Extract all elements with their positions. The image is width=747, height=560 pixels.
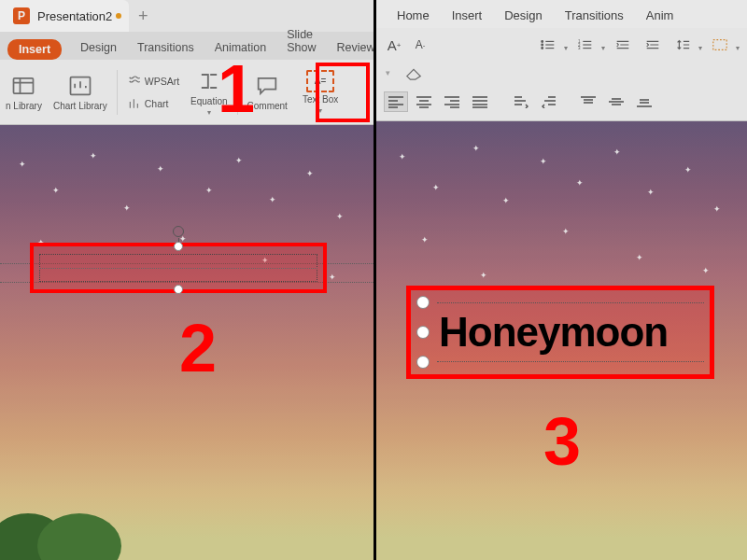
step-number-1: 1 (218, 50, 255, 127)
dropdown-icon[interactable]: ▾ (601, 44, 605, 56)
align-row (384, 91, 740, 112)
svg-text:3: 3 (578, 46, 581, 50)
dropdown-icon[interactable]: ▾ (736, 44, 740, 56)
decrease-indent-button[interactable] (611, 35, 635, 55)
textbox-content[interactable]: Honeymoon (439, 309, 668, 356)
chart-icon (127, 96, 142, 111)
highlight-textbox-step2 (30, 243, 327, 293)
eraser-icon (403, 64, 424, 81)
text-direction-rtl-button[interactable] (537, 91, 561, 112)
resize-handle-ml[interactable] (416, 326, 430, 339)
chart-label: Chart (145, 98, 169, 109)
add-tab-button[interactable]: + (129, 7, 157, 26)
svg-point-3 (542, 44, 543, 46)
textbox-midline (39, 268, 317, 269)
line-spacing-button[interactable] (670, 35, 695, 55)
n-library-button[interactable]: n Library (0, 63, 48, 122)
increase-font-label: A (388, 37, 397, 53)
tab-insert-r[interactable]: Insert (452, 3, 483, 28)
tab-transitions[interactable]: Transitions (135, 35, 196, 60)
library-icon (10, 73, 36, 99)
bullets-button[interactable] (536, 35, 560, 55)
tab-insert[interactable]: Insert (7, 39, 62, 60)
tab-home-r[interactable]: Home (397, 3, 430, 28)
increase-font-button[interactable]: A+ (384, 35, 404, 54)
decrease-font-button[interactable]: A- (410, 35, 430, 54)
highlight-textbox-step3: Honeymoon (406, 286, 714, 379)
comment-icon (254, 73, 280, 99)
ribbon-toolbar-right: A+ A- ▾ 123▾ ▾ ▾ ▾ (376, 28, 747, 121)
resize-handle-top[interactable] (174, 242, 183, 251)
ribbon-tabs-left: Insert Design Transitions Animation Slid… (0, 32, 374, 60)
dropdown-icon[interactable]: ▾ (698, 44, 702, 56)
align-justify-button[interactable] (468, 91, 492, 112)
doc-title: Presentation2 (37, 9, 112, 23)
resize-handle-bottom[interactable] (174, 285, 183, 294)
clear-row: ▾ (384, 62, 740, 84)
step-number-2: 2 (179, 310, 217, 386)
align-center-button[interactable] (412, 91, 436, 112)
tab-slide-show[interactable]: Slide Show (285, 22, 317, 60)
tool-sep (117, 70, 118, 115)
align-bottom-button[interactable] (632, 91, 656, 112)
chart-library-label: Chart Library (53, 101, 107, 111)
tab-design[interactable]: Design (78, 35, 119, 60)
format-dropdown-icon[interactable]: ▾ (386, 68, 390, 77)
textbox-border-bottom (437, 361, 704, 362)
clear-format-button[interactable] (400, 61, 428, 85)
decrease-font-label: A (416, 38, 423, 51)
wpsart-icon (127, 74, 142, 89)
align-top-button[interactable] (576, 91, 600, 112)
wpsart-button[interactable]: WPSArt (121, 71, 185, 91)
selection-pane-button[interactable] (708, 35, 732, 55)
svg-point-4 (542, 48, 543, 49)
tab-transitions-r[interactable]: Transitions (565, 3, 624, 28)
svg-rect-8 (713, 40, 726, 50)
align-left-button[interactable] (384, 91, 408, 112)
doc-tab[interactable]: P Presentation2 (0, 0, 129, 32)
n-library-label: n Library (6, 101, 42, 111)
tab-review[interactable]: Review (335, 35, 377, 60)
wps-chart-column: WPSArt Chart (121, 64, 185, 120)
dropdown-icon[interactable]: ▾ (564, 44, 568, 56)
ribbon-tabs-right: Home Insert Design Transitions Anim (376, 0, 747, 28)
modified-dot-icon (116, 13, 121, 19)
numbering-button[interactable]: 123 (573, 35, 598, 55)
textbox-border-top (437, 302, 704, 303)
step-number-3: 3 (543, 403, 581, 480)
align-right-button[interactable] (440, 91, 464, 112)
rotate-handle-icon[interactable] (173, 226, 184, 237)
wpsart-label: WPSArt (145, 76, 179, 87)
left-panel: P Presentation2 + Insert Design Transiti… (0, 0, 374, 560)
tab-design-r[interactable]: Design (504, 3, 542, 28)
svg-point-2 (542, 41, 543, 43)
chart-library-icon (67, 73, 93, 99)
highlight-text-box (316, 63, 370, 122)
resize-handle-bl[interactable] (416, 356, 430, 369)
increase-indent-button[interactable] (641, 35, 665, 55)
app-logo-icon: P (13, 7, 30, 24)
align-middle-button[interactable] (604, 91, 628, 112)
tab-anim-r[interactable]: Anim (646, 3, 674, 28)
font-size-row: A+ A- ▾ 123▾ ▾ ▾ (384, 34, 740, 56)
svg-rect-0 (14, 78, 34, 93)
panel-divider (374, 0, 376, 560)
chart-button[interactable]: Chart (121, 93, 185, 114)
chart-library-button[interactable]: Chart Library (48, 63, 113, 122)
text-direction-ltr-button[interactable] (509, 91, 533, 112)
foliage-decoration (0, 504, 121, 560)
resize-handle-tl[interactable] (416, 296, 430, 309)
